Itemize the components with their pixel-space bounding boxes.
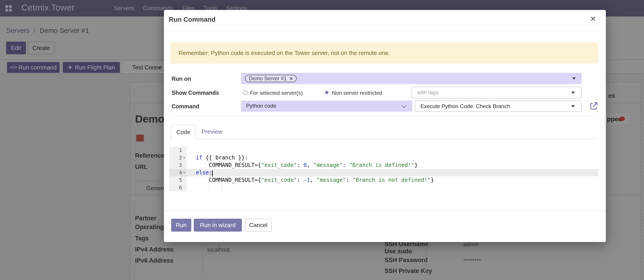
- line-number: 6: [169, 184, 182, 191]
- breadcrumb: Servers / Demo Server #1: [6, 27, 89, 34]
- active-line-highlight: [169, 169, 598, 176]
- line-number: 2: [169, 154, 182, 162]
- line-number: 5: [169, 176, 182, 184]
- run-on-field[interactable]: Demo Server #1 ✕: [241, 73, 582, 84]
- group-divider: [170, 116, 598, 116]
- status-stopped-dot: [620, 116, 625, 121]
- modal-title: Run Command: [169, 16, 216, 23]
- command-label: Command: [172, 103, 199, 110]
- with-tags-select[interactable]: with tags: [412, 87, 582, 98]
- code-line: else:: [196, 169, 212, 176]
- reference-label: Reference: [135, 152, 164, 159]
- use-sudo-label: Use sudo: [384, 248, 412, 255]
- fold-icon[interactable]: [183, 157, 186, 159]
- breadcrumb-link-servers[interactable]: Servers: [6, 27, 29, 34]
- run-button[interactable]: Run: [171, 219, 191, 232]
- url-label: URL: [135, 164, 148, 171]
- command-reference-value: Execute Python Code: Check Branch: [420, 103, 510, 109]
- server-title-fragment: Demo: [135, 113, 164, 125]
- run-command-button[interactable]: </> Run command: [7, 62, 60, 73]
- brand-title[interactable]: Cetmix Tower: [22, 3, 74, 13]
- server-color-swatch[interactable]: [136, 134, 144, 142]
- radio-for-selected-servers-label[interactable]: For selected server(s): [250, 90, 302, 96]
- external-link-icon[interactable]: [589, 101, 598, 111]
- tags-label: Tags: [135, 235, 149, 242]
- column-divider: [202, 243, 203, 274]
- run-in-wizard-button[interactable]: Run in wizard: [194, 219, 242, 232]
- indent-guide: [209, 185, 209, 191]
- text-cursor: [212, 171, 213, 177]
- chevron-down-icon: [571, 105, 575, 107]
- line-number: 4: [169, 169, 182, 176]
- command-type-select[interactable]: Python code: [241, 101, 412, 112]
- operating-system-label: Operating: [135, 224, 164, 231]
- tab-code[interactable]: Code: [171, 125, 196, 139]
- warning-text: Remember: Python code is executed on the…: [178, 42, 390, 64]
- modal-header-divider: [164, 31, 606, 31]
- plane-icon: ✈: [68, 64, 73, 71]
- command-reference-select[interactable]: Execute Python Code: Check Branch: [415, 101, 582, 112]
- ssh-username-value: admin: [463, 241, 479, 248]
- ipv4-label: IPv4 Address: [135, 246, 174, 253]
- warning-alert: Remember: Python code is executed on the…: [170, 42, 598, 64]
- indent-guide: [222, 185, 222, 191]
- code-line: COMMAND_RESULT={"exit_code": -1, "messag…: [196, 176, 434, 184]
- edit-button[interactable]: Edit: [6, 42, 26, 54]
- ipv6-label: IPv6 Address: [135, 257, 174, 264]
- code-icon: </>: [10, 64, 17, 70]
- radio-for-selected-servers[interactable]: [243, 90, 248, 95]
- cancel-button[interactable]: Cancel: [245, 219, 272, 232]
- modal-footer-divider: [164, 211, 606, 211]
- chevron-down-icon: [571, 92, 575, 94]
- create-button[interactable]: Create: [28, 42, 55, 54]
- partner-label: Partner: [135, 215, 156, 222]
- ssh-password-value: ********: [463, 258, 481, 264]
- nav-item-servers[interactable]: Servers: [114, 5, 134, 12]
- test-connection-button[interactable]: Test Conne: [123, 62, 171, 73]
- tab-preview[interactable]: Preview: [202, 128, 222, 135]
- breadcrumb-current: Demo Server #1: [40, 27, 89, 34]
- fold-icon[interactable]: [183, 172, 186, 174]
- smart-button-fragment[interactable]: es: [608, 92, 615, 99]
- server-tag-label: Demo Server #1: [249, 76, 286, 82]
- line-number: 3: [169, 162, 182, 169]
- run-on-label: Run on: [172, 76, 191, 82]
- radio-non-server-restricted-label[interactable]: Non server restricted: [332, 90, 382, 96]
- command-type-value: Python code: [246, 103, 276, 109]
- run-command-modal: Run Command × Remember: Python code is e…: [164, 10, 606, 242]
- screen: Cetmix Tower Servers Commands Files Tool…: [0, 0, 644, 280]
- breadcrumb-separator: /: [32, 27, 38, 34]
- ssh-private-key-label: SSH Private Key: [384, 267, 432, 274]
- column-divider: [426, 243, 426, 275]
- code-line: if {{ branch }}:: [196, 154, 248, 162]
- run-flight-plan-button[interactable]: ✈ Run Flight Plan: [63, 62, 120, 73]
- server-tag[interactable]: Demo Server #1 ✕: [245, 75, 297, 82]
- tag-remove-icon[interactable]: ✕: [289, 76, 293, 81]
- notebook-divider: [171, 139, 598, 139]
- code-editor[interactable]: 1 2 3 4 5 6 if {{ branch }}: COMMAND_RES…: [169, 147, 598, 191]
- close-icon[interactable]: ×: [590, 14, 596, 24]
- with-tags-placeholder: with tags: [417, 89, 438, 96]
- chevron-down-icon[interactable]: [572, 77, 576, 80]
- code-line: COMMAND_RESULT={"exit_code": 0, "message…: [196, 162, 418, 169]
- line-number: 1: [169, 147, 182, 154]
- apps-icon[interactable]: [6, 5, 12, 12]
- radio-non-server-restricted[interactable]: [324, 90, 329, 95]
- ipv4-value: localhost: [207, 246, 230, 253]
- ssh-password-label: SSH Password: [384, 257, 428, 264]
- chevron-down-icon: [402, 103, 406, 108]
- show-commands-label: Show Commands: [172, 90, 219, 96]
